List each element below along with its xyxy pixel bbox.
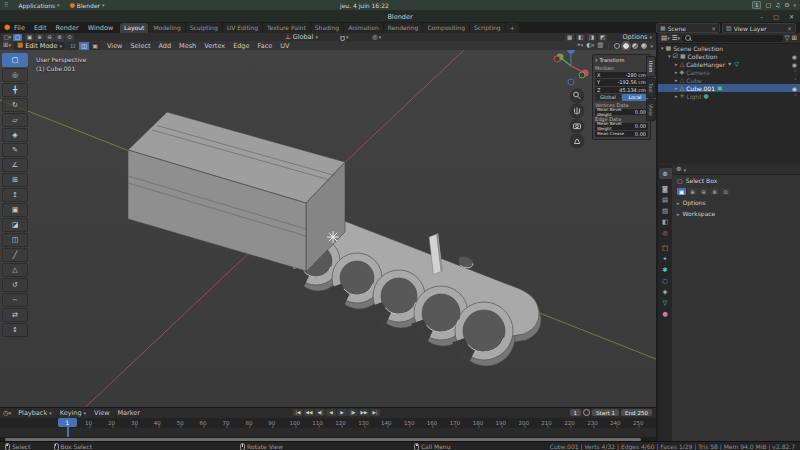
transform-orientation-dropdown[interactable]: ⊥ Global▾ [285,33,318,41]
mean-crease-field[interactable]: Mean Crease0.00 [595,131,648,138]
mirror-z-icon[interactable]: ◨ [587,34,596,41]
select-mode-option[interactable]: ⊗ [55,34,64,41]
select-mode-option[interactable]: ⊖ [45,34,54,41]
system-menu-caret-icon[interactable]: ▾ [793,2,796,8]
gizmo-y-neg[interactable] [579,72,585,78]
activities-icon[interactable]: ⠿ [4,2,8,8]
viewport-menu-item[interactable]: Vertex [204,42,225,50]
material-shading-button[interactable] [632,43,638,49]
viewport-menu-item[interactable]: Add [159,42,172,50]
mesh-select-mode-button[interactable]: ◫ [79,42,89,50]
playback-button[interactable]: ◀◀ [304,409,314,416]
viewport-menu-item[interactable]: View [107,42,122,50]
mode-subtract-button[interactable]: ⊖ [699,188,708,195]
topbar-menu-item[interactable]: Window [88,24,114,32]
viewport-menu-item[interactable]: Edge [233,42,249,50]
close-button[interactable]: ✕ [789,13,794,20]
visibility-eye-icon[interactable]: ◉ [792,85,797,92]
mode-dropdown[interactable]: ▦ Edit Mode▾ [14,42,65,50]
tool-button[interactable]: ∠ [2,158,28,172]
viewport-menu-item[interactable]: Select [130,42,150,50]
zoom-button[interactable] [570,89,585,104]
outliner-search-input[interactable] [682,35,783,42]
topbar-menu-item[interactable]: Edit [34,24,47,32]
median-value-field[interactable]: Z45.134 cm [595,87,648,94]
visibility-eye-icon[interactable]: ˅ [794,77,797,84]
camera-view-button[interactable] [570,119,585,134]
keyboard-layout-icon[interactable]: ▢ [765,2,771,8]
active-tool-dropdown[interactable]: ▢▾ [3,34,12,41]
current-frame-field[interactable]: 1 [570,409,582,416]
visibility-eye-icon[interactable]: ◉ [792,61,797,68]
start-frame-field[interactable]: Start1 [592,409,619,416]
workspace-tab[interactable]: Texture Paint [263,23,310,33]
tool-button[interactable]: ✎ [2,143,28,157]
edge-bevel-weight-field[interactable]: Mean Bevel Weight0.00 [595,123,648,130]
new-collection-icon[interactable]: ⊞ [792,35,797,42]
outliner-item-label[interactable]: CableHanger [686,61,725,68]
tool-button[interactable]: ↺ [2,278,28,292]
scene-selector[interactable]: ▦ Scene ✕ [656,23,720,33]
workspace-tab[interactable]: Scripting [470,23,505,33]
timeline-menu-item[interactable]: Marker [118,409,140,417]
timeline-menu-item[interactable]: Playback▾ [18,409,52,417]
timeline-menu-item[interactable]: Keying▾ [60,409,86,417]
playback-button[interactable]: ◀ [326,409,336,416]
properties-tab[interactable]: ◧ [659,216,672,227]
sidebar-tab[interactable]: Tool [646,78,656,98]
blender-menu-icon[interactable]: ● [4,24,10,31]
properties-tab[interactable]: ◎ [659,227,672,238]
properties-tab[interactable]: ○ [659,275,672,286]
mode-extend-button[interactable]: ⊕ [688,188,697,195]
collection-checkbox-icon[interactable]: ☑ [673,53,678,59]
workspace-tab[interactable]: Modeling [149,23,184,33]
workspace-tab[interactable]: Shading [311,23,343,33]
timeline-track[interactable] [0,428,656,437]
select-mode-option[interactable]: ⊕ [35,34,44,41]
median-value-field[interactable]: X-280 cm [595,72,648,79]
minimize-button[interactable]: – [760,13,763,20]
outliner-row[interactable]: ▸ ✳ Light ● ˅ [658,92,800,100]
volume-icon[interactable]: ♫ [775,2,780,8]
mirror-y-icon[interactable]: ◧ [576,34,585,41]
tool-button[interactable]: ▣ [2,203,28,217]
workspace-indicator[interactable]: 1 [752,1,762,9]
select-mode-option[interactable]: ▣ [25,34,34,41]
filter-icon[interactable]: ▽ [785,35,790,42]
outliner-item-label[interactable]: Light [687,93,702,100]
sidebar-tab[interactable]: Item [646,56,656,77]
topbar-menu-item[interactable]: File [14,24,25,32]
options-section-header[interactable]: ▸Options [672,197,800,208]
tool-button[interactable]: ~ [2,293,28,307]
active-tool-row[interactable]: ▢ Select Box [672,175,800,186]
disclosure-icon[interactable]: ▸ [675,93,678,99]
timeline-ruler[interactable]: 1020304050607080901001101201301401501601… [0,418,656,428]
disclosure-icon[interactable]: ▸ [675,77,678,83]
workspace-tab[interactable]: Compositing [423,23,469,33]
workspace-tab[interactable]: + [506,23,519,33]
visibility-eye-icon[interactable]: ˅ [794,93,797,100]
viewport-menu-item[interactable]: UV [280,42,289,50]
end-frame-field[interactable]: End250 [621,409,652,416]
tool-button[interactable]: ↥ [2,188,28,202]
properties-context-icon[interactable]: ⊕ [676,166,681,173]
perspective-toggle-button[interactable] [570,134,585,149]
applications-menu[interactable]: Applications▾ [18,2,59,9]
tool-button[interactable]: ◪ [2,218,28,232]
outliner-row[interactable]: ▸ △ CableHanger ✦ ▽ ◉ [658,60,800,68]
timeline-editor-icon[interactable]: ◷▾ [3,410,11,417]
options-dropdown[interactable]: Options▾ [622,33,652,41]
outliner-display-mode-icon[interactable]: ☰▾ [672,35,680,42]
viewport-menu-item[interactable]: Face [258,42,273,50]
outliner-item-label[interactable]: Collection [688,53,718,60]
tool-button[interactable]: ↻ [2,98,28,112]
wireframe-shading-button[interactable] [614,43,620,49]
tool-button[interactable]: ◎ [2,68,28,82]
outliner-editor-icon[interactable]: ▤▾ [661,35,670,42]
select-mode-option[interactable]: ⊙ [65,34,74,41]
playback-button[interactable]: ◀| [315,409,325,416]
disclosure-icon[interactable]: ▸ [675,85,678,91]
gizmo-z-axis[interactable] [567,50,575,54]
correct-face-icon[interactable]: ◩ [598,34,607,41]
shading-dropdown-icon[interactable]: ▾ [650,43,653,49]
